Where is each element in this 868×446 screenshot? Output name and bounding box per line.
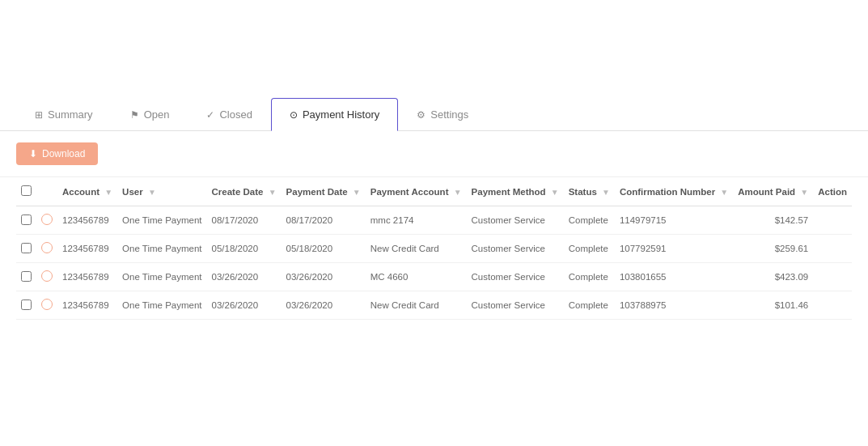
row-payment-date: 03/26/2020 xyxy=(282,291,366,320)
row-account: 123456789 xyxy=(57,263,117,291)
tab-summary[interactable]: ⊞ Summary xyxy=(16,98,112,131)
row-checkbox-cell xyxy=(16,291,36,320)
row-user: One Time Payment xyxy=(117,235,206,263)
sort-conf-icon: ▼ xyxy=(720,188,728,197)
row-payment-method: Customer Service xyxy=(467,291,564,320)
sort-status-icon: ▼ xyxy=(602,188,610,197)
row-confirmation-number: 103788975 xyxy=(615,291,733,320)
select-all-checkbox[interactable] xyxy=(21,185,32,196)
table-row: 123456789 One Time Payment 08/17/2020 08… xyxy=(16,206,852,235)
row-create-date: 03/26/2020 xyxy=(207,291,282,320)
col-header-payment-method[interactable]: Payment Method ▼ xyxy=(467,177,564,206)
table-header-row: Account ▼ User ▼ Create Date ▼ Payment D… xyxy=(16,177,852,206)
row-create-date: 05/18/2020 xyxy=(207,235,282,263)
row-circle-button[interactable] xyxy=(41,214,53,225)
table-row: 123456789 One Time Payment 03/26/2020 03… xyxy=(16,263,852,291)
row-confirmation-number: 114979715 xyxy=(615,206,733,235)
table-container: Account ▼ User ▼ Create Date ▼ Payment D… xyxy=(0,177,868,320)
col-header-payment-date[interactable]: Payment Date ▼ xyxy=(282,177,366,206)
download-label: Download xyxy=(42,148,85,159)
tab-open-label: Open xyxy=(144,108,170,121)
table-row: 123456789 One Time Payment 03/26/2020 03… xyxy=(16,291,852,320)
sort-user-icon: ▼ xyxy=(148,188,156,197)
row-user: One Time Payment xyxy=(117,263,206,291)
sort-paydate-icon: ▼ xyxy=(353,188,361,197)
col-header-account[interactable]: Account ▼ xyxy=(57,177,117,206)
sort-create-icon: ▼ xyxy=(269,188,277,197)
row-action-cell xyxy=(813,263,852,291)
row-checkbox[interactable] xyxy=(21,271,32,282)
row-confirmation-number: 107792591 xyxy=(615,235,733,263)
payment-history-icon: ⊙ xyxy=(290,109,298,121)
row-status: Complete xyxy=(564,291,615,320)
summary-icon: ⊞ xyxy=(35,109,43,121)
row-circle-button[interactable] xyxy=(41,242,53,253)
tab-open[interactable]: ⚑ Open xyxy=(112,98,188,131)
row-account: 123456789 xyxy=(57,291,117,320)
tab-closed-label: Closed xyxy=(219,108,252,121)
page-wrapper: ⊞ Summary ⚑ Open ✓ Closed ⊙ Payment Hist… xyxy=(0,0,868,446)
col-header-status[interactable]: Status ▼ xyxy=(564,177,615,206)
row-user: One Time Payment xyxy=(117,291,206,320)
row-amount-paid: $259.61 xyxy=(733,235,813,263)
row-payment-account: New Credit Card xyxy=(366,291,467,320)
tab-settings-label: Settings xyxy=(430,108,468,121)
row-payment-account: mmc 2174 xyxy=(366,206,467,235)
col-header-action: Action xyxy=(813,177,852,206)
sort-amount-icon: ▼ xyxy=(800,188,808,197)
row-checkbox-cell xyxy=(16,263,36,291)
row-circle-cell xyxy=(36,206,57,235)
row-checkbox-cell xyxy=(16,235,36,263)
row-checkbox[interactable] xyxy=(21,299,32,310)
payment-history-table: Account ▼ User ▼ Create Date ▼ Payment D… xyxy=(16,177,852,320)
tab-payment-history-label: Payment History xyxy=(303,108,379,121)
row-payment-method: Customer Service xyxy=(467,235,564,263)
row-payment-method: Customer Service xyxy=(467,206,564,235)
row-payment-account: New Credit Card xyxy=(366,235,467,263)
toolbar: ⬇ Download xyxy=(0,131,868,177)
col-header-payment-account[interactable]: Payment Account ▼ xyxy=(366,177,467,206)
row-account: 123456789 xyxy=(57,235,117,263)
download-button[interactable]: ⬇ Download xyxy=(16,142,98,165)
row-payment-date: 08/17/2020 xyxy=(282,206,366,235)
col-header-circle xyxy=(36,177,57,206)
row-action-cell xyxy=(813,206,852,235)
row-amount-paid: $101.46 xyxy=(733,291,813,320)
row-checkbox[interactable] xyxy=(21,243,32,253)
col-header-confirmation[interactable]: Confirmation Number ▼ xyxy=(615,177,733,206)
row-user: One Time Payment xyxy=(117,206,206,235)
sort-payaccount-icon: ▼ xyxy=(454,188,462,197)
row-checkbox[interactable] xyxy=(21,215,32,225)
row-confirmation-number: 103801655 xyxy=(615,263,733,291)
row-account: 123456789 xyxy=(57,206,117,235)
open-icon: ⚑ xyxy=(130,109,139,121)
col-header-user[interactable]: User ▼ xyxy=(117,177,206,206)
row-circle-button[interactable] xyxy=(41,270,53,282)
sort-method-icon: ▼ xyxy=(551,188,559,197)
col-header-amount-paid[interactable]: Amount Paid ▼ xyxy=(733,177,813,206)
row-payment-date: 05/18/2020 xyxy=(282,235,366,263)
download-icon: ⬇ xyxy=(29,148,37,159)
row-payment-date: 03/26/2020 xyxy=(282,263,366,291)
sort-account-icon: ▼ xyxy=(104,188,112,197)
row-status: Complete xyxy=(564,263,615,291)
row-circle-cell xyxy=(36,235,57,263)
col-header-check xyxy=(16,177,36,206)
row-amount-paid: $423.09 xyxy=(733,263,813,291)
row-status: Complete xyxy=(564,206,615,235)
row-amount-paid: $142.57 xyxy=(733,206,813,235)
row-payment-method: Customer Service xyxy=(467,263,564,291)
col-header-create-date[interactable]: Create Date ▼ xyxy=(207,177,282,206)
row-create-date: 08/17/2020 xyxy=(207,206,282,235)
tab-closed[interactable]: ✓ Closed xyxy=(188,98,270,131)
settings-icon: ⚙ xyxy=(417,109,426,121)
tab-settings[interactable]: ⚙ Settings xyxy=(398,98,487,131)
row-payment-account: MC 4660 xyxy=(366,263,467,291)
tab-payment-history[interactable]: ⊙ Payment History xyxy=(271,98,398,131)
row-circle-button[interactable] xyxy=(41,299,53,310)
nav-tabs: ⊞ Summary ⚑ Open ✓ Closed ⊙ Payment Hist… xyxy=(0,97,868,131)
row-create-date: 03/26/2020 xyxy=(207,263,282,291)
tab-summary-label: Summary xyxy=(48,108,93,121)
row-status: Complete xyxy=(564,235,615,263)
row-checkbox-cell xyxy=(16,206,36,235)
